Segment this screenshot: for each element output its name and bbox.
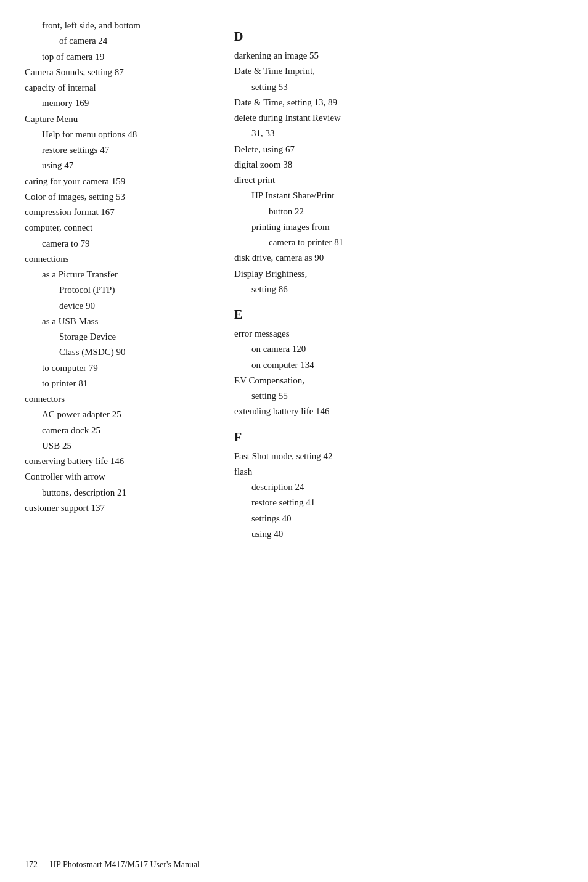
list-item: flash <box>234 465 487 479</box>
list-item: delete during Instant Review <box>234 111 487 125</box>
list-item: connectors <box>25 392 203 406</box>
list-item: as a USB Mass <box>25 314 203 329</box>
section-letter: F <box>234 430 487 444</box>
list-item: on computer 134 <box>234 358 487 372</box>
section-letter: D <box>234 30 487 44</box>
list-item: setting 53 <box>234 80 487 94</box>
list-item: disk drive, camera as 90 <box>234 251 487 265</box>
list-item: Help for menu options 48 <box>25 128 203 142</box>
right-column: Ddarkening an image 55Date & Time Imprin… <box>216 18 487 845</box>
list-item: Storage Device <box>25 330 203 344</box>
list-item: Protocol (PTP) <box>25 283 203 297</box>
list-item: setting 55 <box>234 389 487 403</box>
list-item: AC power adapter 25 <box>25 407 203 422</box>
list-item: EV Compensation, <box>234 374 487 388</box>
list-item: Delete, using 67 <box>234 142 487 157</box>
list-item: Date & Time, setting 13, 89 <box>234 96 487 110</box>
list-item: to computer 79 <box>25 361 203 375</box>
list-item: error messages <box>234 327 487 341</box>
list-item: Date & Time Imprint, <box>234 64 487 78</box>
list-item: button 22 <box>234 205 487 219</box>
page-footer: 172 HP Photosmart M417/M517 User's Manua… <box>25 855 563 870</box>
list-item: settings 40 <box>234 512 487 526</box>
list-item: camera to printer 81 <box>234 235 487 250</box>
footer-page-number: 172 <box>25 860 38 870</box>
list-item: darkening an image 55 <box>234 49 487 63</box>
list-item: HP Instant Share/Print <box>234 189 487 203</box>
list-item: restore settings 47 <box>25 143 203 157</box>
list-item: using 47 <box>25 158 203 173</box>
list-item: Display Brightness, <box>234 267 487 281</box>
list-item: Controller with arrow <box>25 470 203 484</box>
list-item: camera to 79 <box>25 237 203 251</box>
list-item: computer, connect <box>25 221 203 235</box>
list-item: of camera 24 <box>25 34 203 48</box>
list-item: to printer 81 <box>25 377 203 391</box>
list-item: description 24 <box>234 480 487 494</box>
list-item: connections <box>25 252 203 266</box>
list-item: Fast Shot mode, setting 42 <box>234 449 487 463</box>
list-item: 31, 33 <box>234 126 487 141</box>
list-item: Class (MSDC) 90 <box>25 345 203 359</box>
list-item: memory 169 <box>25 96 203 110</box>
list-item: top of camera 19 <box>25 50 203 64</box>
list-item: Capture Menu <box>25 112 203 126</box>
footer-title: HP Photosmart M417/M517 User's Manual <box>50 860 200 870</box>
list-item: digital zoom 38 <box>234 158 487 172</box>
list-item: restore setting 41 <box>234 496 487 510</box>
list-item: capacity of internal <box>25 81 203 95</box>
list-item: direct print <box>234 173 487 187</box>
content-area: front, left side, and bottomof camera 24… <box>25 18 563 845</box>
list-item: buttons, description 21 <box>25 486 203 500</box>
list-item: extending battery life 146 <box>234 404 487 419</box>
list-item: printing images from <box>234 220 487 234</box>
list-item: camera dock 25 <box>25 423 203 438</box>
page-container: front, left side, and bottomof camera 24… <box>0 0 588 882</box>
list-item: caring for your camera 159 <box>25 174 203 189</box>
section-letter: E <box>234 308 487 322</box>
list-item: Color of images, setting 53 <box>25 190 203 204</box>
list-item: conserving battery life 146 <box>25 454 203 468</box>
list-item: compression format 167 <box>25 205 203 219</box>
list-item: USB 25 <box>25 439 203 453</box>
list-item: on camera 120 <box>234 342 487 356</box>
list-item: customer support 137 <box>25 501 203 515</box>
list-item: setting 86 <box>234 282 487 296</box>
list-item: front, left side, and bottom <box>25 18 203 33</box>
list-item: using 40 <box>234 527 487 541</box>
list-item: device 90 <box>25 299 203 313</box>
list-item: as a Picture Transfer <box>25 267 203 282</box>
list-item: Camera Sounds, setting 87 <box>25 65 203 80</box>
left-column: front, left side, and bottomof camera 24… <box>25 18 216 845</box>
